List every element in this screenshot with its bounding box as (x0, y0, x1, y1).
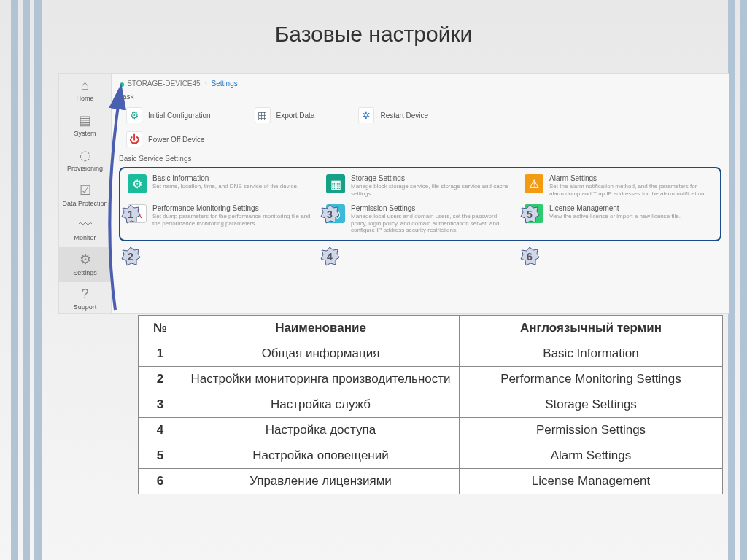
table-row: 5Настройка оповещенийAlarm Settings (139, 443, 723, 469)
card-performance-monitoring[interactable]: 〽 Performance Monitoring SettingsSet dum… (128, 204, 316, 234)
callout-badge-2: 2 (120, 246, 141, 267)
card-license-management[interactable]: ✔ License ManagementView the active lice… (525, 204, 713, 234)
sidebar-item-label: Support (74, 303, 97, 311)
sidebar-item-label: Monitor (74, 234, 96, 241)
main-content: ● STORAGE-DEVICE45 › Settings Task ⚙Init… (112, 74, 729, 313)
task-label: Export Data (276, 112, 315, 120)
card-title: Basic Information (152, 174, 316, 182)
chevron-right-icon: › (204, 79, 206, 88)
export-icon: ▦ (255, 107, 271, 123)
card-title: Storage Settings (351, 174, 514, 182)
task-initial-configuration[interactable]: ⚙Initial Configuration (126, 107, 211, 123)
section-task-label: Task (119, 93, 721, 101)
app-frame: ⌂Home ▤System ◌Provisioning ☑Data Protec… (58, 73, 729, 314)
breadcrumb-current: Settings (212, 79, 238, 88)
card-basic-information[interactable]: ⚙ Basic InformationSet name, location, t… (128, 174, 316, 197)
decorative-bars-right (728, 0, 747, 560)
card-title: Performance Monitoring Settings (152, 204, 316, 212)
callout-badge-4: 4 (320, 246, 340, 267)
task-label: Initial Configuration (148, 112, 211, 120)
card-desc: Set dump parameters for the performance … (152, 213, 316, 227)
sidebar-item-label: Settings (73, 269, 97, 276)
card-title: Permission Settings (351, 204, 514, 212)
col-en: Англоязычный термин (460, 316, 723, 341)
task-power-off[interactable]: ⏻Power Off Device (126, 131, 205, 147)
col-ru: Наименование (182, 316, 460, 341)
card-desc: Manage local users and domain users, set… (351, 213, 514, 234)
table-row: 2Настройки мониторинга производительност… (139, 367, 723, 392)
restart-icon: ✲ (358, 107, 374, 123)
card-alarm-settings[interactable]: ⚠ Alarm SettingsSet the alarm notificati… (525, 174, 713, 197)
callout-badge-3: 3 (320, 204, 340, 225)
card-title: Alarm Settings (549, 174, 713, 182)
task-label: Power Off Device (148, 136, 205, 144)
task-export-data[interactable]: ▦Export Data (255, 107, 315, 123)
task-restart-device[interactable]: ✲Restart Device (358, 107, 428, 123)
task-label: Restart Device (380, 112, 428, 120)
slide-title: Базовые настройки (0, 0, 747, 47)
sidebar-item-label: System (74, 130, 96, 137)
provisioning-icon: ◌ (80, 147, 91, 163)
breadcrumb-device[interactable]: STORAGE-DEVICE45 (127, 79, 200, 88)
monitor-icon: 〰 (79, 217, 92, 233)
callout-badge-1: 1 (120, 204, 141, 225)
section-basic-label: Basic Service Settings (119, 155, 721, 163)
sidebar-item-label: Home (76, 95, 93, 102)
callout-badge-6: 6 (519, 246, 540, 267)
help-icon: ? (81, 287, 88, 302)
card-permission-settings[interactable]: ◉ Permission SettingsManage local users … (326, 204, 514, 234)
card-desc: Set name, location, time, and DNS servic… (152, 183, 316, 190)
callout-badge-5: 5 (519, 204, 540, 225)
breadcrumb: ● STORAGE-DEVICE45 › Settings (119, 78, 721, 90)
table-row: 6Управление лицензиямиLicense Management (139, 469, 723, 494)
decorative-bars-left (11, 0, 42, 560)
arrow-annotation (95, 84, 131, 317)
basic-service-settings-box: ⚙ Basic InformationSet name, location, t… (119, 167, 721, 241)
card-title: License Management (549, 204, 713, 212)
alert-icon: ⚠ (525, 174, 543, 193)
table-row: 1Общая информацияBasic Information (139, 341, 723, 367)
legend-table-wrap: № Наименование Англоязычный термин 1Обща… (138, 315, 723, 494)
table-row: 3Настройка службStorage Settings (139, 392, 723, 418)
legend-table: № Наименование Англоязычный термин 1Обща… (138, 315, 723, 494)
col-num: № (139, 316, 182, 341)
card-desc: View the active license or import a new … (549, 213, 713, 220)
shield-icon: ☑ (80, 182, 91, 198)
table-row: 4Настройка доступаPermission Settings (139, 418, 723, 443)
storage-icon: ▦ (326, 174, 345, 193)
card-desc: Manage block storage service, file stora… (351, 183, 514, 197)
card-storage-settings[interactable]: ▦ Storage SettingsManage block storage s… (326, 174, 514, 197)
gear-icon: ⚙ (80, 252, 91, 268)
home-icon: ⌂ (81, 78, 89, 93)
card-desc: Set the alarm notification method, and t… (549, 183, 713, 197)
system-icon: ▤ (79, 112, 91, 128)
